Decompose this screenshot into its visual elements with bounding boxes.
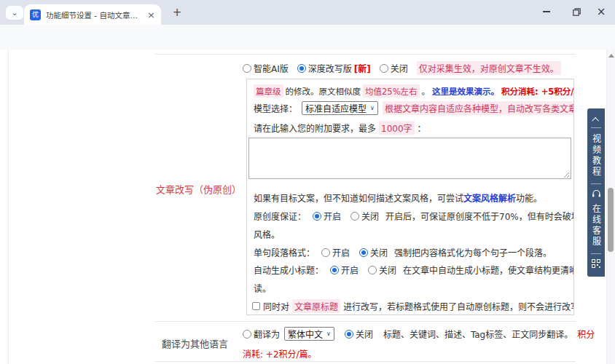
radio-label: 翻译为: [254, 328, 280, 340]
radio-checked-icon: [297, 64, 306, 73]
model-select-value: 标准自适应模型: [305, 102, 367, 114]
tab-title: 功能细节设置 - 自动文章采集: [46, 9, 143, 20]
restore-button[interactable]: [569, 4, 584, 19]
checkbox-title-rewrite[interactable]: [252, 302, 260, 310]
originality-row: 原创度保证： 开启 关闭 开启后，可保证原创度不低于70%，但有时会破坏文章: [254, 210, 574, 222]
title-rewrite-text: 进行改写，若标题格式使用了自动原创标题，则不会进行改写。: [343, 300, 574, 312]
single-sentence-row: 单句段落格式： 开启 关闭 强制把内容格式化为每个句子一个段落。: [254, 246, 552, 258]
chevron-up-icon[interactable]: [592, 117, 599, 124]
new-badge: [新]: [354, 62, 371, 74]
extra-req-colon: ：: [418, 122, 426, 134]
token-chapter-level: 篇章级: [254, 84, 283, 98]
translate-row: 翻译为 繁体中文 ∨ 关闭 标题、关键词、描述、Tag标签、正文同步翻译。 积分: [243, 327, 595, 341]
minimize-icon: [543, 11, 550, 12]
token-max-chars: 1000字: [379, 121, 415, 135]
style-analysis-link[interactable]: 文案风格解析: [463, 191, 516, 204]
token-original-title: 文章原标题: [292, 299, 340, 313]
radio-originality-on[interactable]: 开启: [313, 210, 341, 222]
row-label-translate: 翻译为其他语言: [162, 336, 228, 350]
widget-divider: [591, 253, 601, 254]
radio-checked-icon: [359, 248, 368, 257]
page-left-rule: [8, 50, 9, 364]
page-content: 文章改写（伪原创） 翻译为其他语言 智能AI版 深度改写版[新] 关闭 仅对采集…: [0, 50, 615, 364]
radio-label: 关闭: [379, 264, 396, 276]
radio-icon: [243, 64, 251, 73]
chevron-down-icon: ∨: [370, 105, 375, 111]
chevron-down-icon: ⌄: [11, 8, 17, 17]
radio-subtitle-on[interactable]: 开启: [330, 264, 359, 276]
auto-subtitle-label: 自动生成小标题：: [254, 264, 324, 276]
radio-deep-rewrite[interactable]: 深度改写版[新]: [297, 62, 371, 74]
radio-checked-icon: [330, 266, 339, 274]
radio-smart-ai[interactable]: 智能AI版: [243, 62, 289, 74]
minimize-button[interactable]: [539, 4, 554, 19]
scrollbar-thumb[interactable]: [608, 188, 614, 252]
additional-requirements-textarea[interactable]: [248, 138, 571, 179]
online-service-button[interactable]: 在线客服: [590, 204, 603, 248]
widget-divider: [591, 183, 601, 184]
radio-icon: [243, 330, 251, 339]
radio-icon: [321, 248, 330, 257]
row-divider: [155, 321, 576, 322]
radio-label: 关闭: [361, 210, 379, 222]
headset-icon: [592, 189, 601, 198]
widget-divider: [591, 127, 601, 128]
radio-single-off[interactable]: 关闭: [359, 246, 388, 258]
row-label-article-rewrite: 文章改写（伪原创）: [156, 182, 241, 196]
model-select-row: 模型选择： 标准自适应模型 ∨ 根据文章内容自适应各种模型，自动改写各类文章: [254, 101, 574, 115]
window-close-button[interactable]: ×: [594, 4, 608, 19]
radio-single-on[interactable]: 开启: [321, 246, 350, 258]
browser-window: ⌄ 优 功能细节设置 - 自动文章采集 × + × ← → ⟳: [0, 0, 615, 364]
floating-side-widget: 视频教程 在线客服: [587, 108, 605, 277]
window-close-icon: ×: [597, 5, 606, 18]
row-divider: [155, 361, 576, 362]
model-select[interactable]: 标准自适应模型 ∨: [302, 101, 378, 115]
radio-label: 智能AI版: [254, 62, 289, 74]
radio-translate-off[interactable]: 关闭: [345, 328, 373, 340]
radio-originality-off[interactable]: 关闭: [350, 210, 379, 222]
radio-subtitle-off[interactable]: 关闭: [368, 264, 396, 276]
scroll-up-arrow-icon[interactable]: [608, 54, 614, 58]
extra-requirements-label-row: 请在此输入您的附加要求，最多 1000字 ：: [254, 121, 426, 135]
originality-note: 开启后，可保证原创度不低于70%，但有时会破坏文章: [385, 210, 574, 222]
radio-label: 关闭: [370, 246, 388, 258]
radio-translate-to[interactable]: 翻译为: [243, 328, 280, 340]
radio-label: 关闭: [356, 328, 373, 340]
qrcode-icon[interactable]: [592, 259, 600, 268]
title-rewrite-text: 同时对: [263, 300, 289, 312]
language-select-value: 繁体中文: [288, 328, 323, 340]
restore-icon: [573, 8, 581, 16]
demo-link[interactable]: 这里是效果演示。: [432, 85, 499, 97]
tab-strip: ⌄ 优 功能细节设置 - 自动文章采集 × + ×: [0, 0, 615, 25]
points-cost-note: 积分消耗: +5积分/篇。: [501, 85, 574, 97]
originality-label: 原创度保证：: [254, 210, 306, 222]
resize-handle-icon[interactable]: [563, 172, 570, 178]
browser-tab[interactable]: 优 功能细节设置 - 自动文章采集 ×: [24, 4, 161, 25]
model-note: 根据文章内容自适应各种模型，自动改写各类文章: [383, 101, 574, 115]
radio-label: 开启: [332, 246, 350, 258]
tab-close-icon[interactable]: ×: [147, 10, 155, 20]
radio-icon: [368, 266, 377, 274]
radio-checked-icon: [313, 212, 321, 221]
auto-subtitle-row: 自动生成小标题： 开启 关闭 在文章中自动生成小标题，使文章结构更清晰易: [254, 264, 574, 276]
title-rewrite-row: 同时对 文章原标题 进行改写，若标题格式使用了自动原创标题，则不会进行改写。: [252, 299, 574, 313]
single-sentence-label: 单句段落格式：: [254, 246, 315, 258]
tab-search-button[interactable]: ⌄: [6, 6, 23, 20]
radio-rewrite-off[interactable]: 关闭: [380, 62, 408, 74]
new-tab-button[interactable]: +: [171, 6, 184, 19]
chevron-down-icon: ∨: [326, 331, 331, 337]
style-tip-line: 如果有目标文案，但不知道如何描述文案风格，可尝试 文案风格解析 功能。: [254, 191, 542, 204]
originality-note: 风格。: [254, 228, 280, 240]
rewrite-mode-row: 智能AI版 深度改写版[新] 关闭 仅对采集生效，对原创文章不生效。: [243, 61, 561, 75]
browser-toolbar: ← → ⟳ ucaiyun.com/caiji/settings/ ☆ # ⋮: [0, 25, 615, 50]
translate-cost: 消耗: +2积分/篇。: [243, 347, 317, 360]
originality-note-wrap: 风格。: [254, 228, 280, 240]
translate-cost: 积分: [577, 328, 595, 340]
video-tutorial-button[interactable]: 视频教程: [590, 134, 603, 178]
radio-label: 深度改写版: [308, 62, 352, 74]
intro-line: 篇章级 的修改。原文相似度 均值25%左右 。 这里是效果演示。 积分消耗: +…: [254, 84, 574, 98]
language-select[interactable]: 繁体中文 ∨: [284, 327, 334, 341]
single-sentence-note: 强制把内容格式化为每个句子一个段落。: [394, 246, 552, 258]
extra-req-text: 请在此输入您的附加要求，最多: [254, 122, 376, 134]
model-select-label: 模型选择：: [254, 102, 297, 114]
